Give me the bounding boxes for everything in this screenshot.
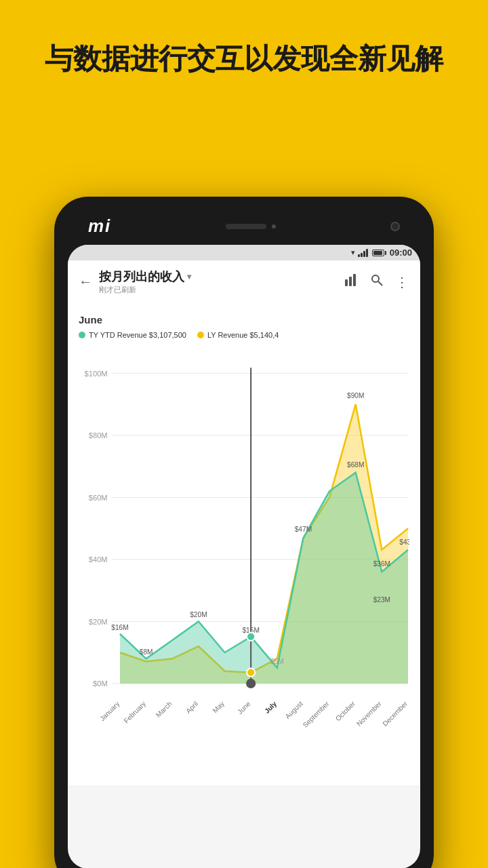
- search-icon[interactable]: [371, 274, 383, 290]
- svg-text:January: January: [98, 699, 121, 722]
- svg-point-3: [372, 275, 379, 282]
- chart-legend: TY YTD Revenue $3,107,500 LY Revenue $5,…: [79, 331, 409, 339]
- svg-text:$20M: $20M: [190, 611, 207, 618]
- legend-ly: LY Revenue $5,140,4: [197, 331, 279, 339]
- wifi-icon: ▾: [351, 248, 355, 257]
- app-subtitle: 刚才已刷新: [99, 285, 191, 295]
- app-title: 按月列出的收入: [99, 269, 184, 285]
- svg-text:$16M: $16M: [111, 624, 128, 631]
- svg-text:November: November: [355, 700, 383, 728]
- chart-area: June TY YTD Revenue $3,107,500 LY Revenu…: [68, 303, 420, 785]
- svg-point-32: [247, 669, 255, 677]
- svg-text:$100M: $100M: [85, 370, 108, 378]
- legend-ty: TY YTD Revenue $3,107,500: [79, 331, 186, 339]
- svg-text:$23M: $23M: [373, 596, 390, 604]
- chart-period: June: [79, 314, 409, 326]
- svg-text:February: February: [123, 699, 148, 724]
- svg-text:$40M: $40M: [89, 555, 108, 564]
- svg-text:June: June: [236, 700, 252, 716]
- svg-text:May: May: [211, 699, 226, 714]
- more-options-icon[interactable]: ⋮: [395, 274, 409, 290]
- legend-ly-dot: [197, 332, 204, 338]
- svg-text:March: March: [155, 700, 174, 719]
- svg-text:$0M: $0M: [93, 679, 108, 688]
- svg-text:$43M: $43M: [399, 538, 409, 546]
- svg-text:September: September: [302, 700, 331, 729]
- signal-icon: [358, 249, 368, 257]
- svg-text:July: July: [263, 700, 278, 715]
- svg-text:$90M: $90M: [347, 392, 364, 399]
- svg-text:$80M: $80M: [89, 431, 108, 439]
- svg-text:$36M: $36M: [373, 560, 390, 568]
- back-button[interactable]: ←: [79, 274, 92, 290]
- svg-text:October: October: [334, 700, 357, 723]
- svg-text:$20M: $20M: [89, 618, 108, 626]
- page-headline: 与数据进行交互以发现全新见解: [0, 0, 488, 98]
- legend-ty-label: TY YTD Revenue $3,107,500: [89, 331, 186, 339]
- phone-camera: [390, 222, 400, 231]
- chart-type-icon[interactable]: [345, 274, 359, 290]
- mi-logo: mi: [88, 216, 111, 237]
- svg-rect-2: [353, 274, 356, 286]
- svg-text:April: April: [184, 700, 199, 715]
- svg-text:$68M: $68M: [347, 461, 364, 469]
- dropdown-arrow-icon[interactable]: ▾: [187, 272, 191, 281]
- svg-text:August: August: [284, 700, 304, 720]
- chart-svg: $100M $80M $60M $40M $20M $0M: [79, 347, 409, 774]
- legend-ly-label: LY Revenue $5,140,4: [207, 331, 279, 339]
- status-time: 09:00: [390, 248, 412, 258]
- svg-rect-0: [345, 279, 348, 286]
- svg-text:$47M: $47M: [295, 526, 312, 533]
- battery-icon: [372, 250, 384, 256]
- status-bar: ▾ 09:00: [68, 245, 420, 260]
- svg-point-33: [246, 679, 256, 688]
- app-header: ← 按月列出的收入 ▾ 刚才已刷新: [68, 260, 420, 303]
- svg-text:$5M: $5M: [270, 658, 284, 666]
- svg-text:December: December: [381, 700, 409, 728]
- phone-screen: ▾ 09:00 ← 按月列: [68, 245, 420, 868]
- svg-line-4: [378, 281, 382, 285]
- phone-mockup: mi ▾: [54, 197, 434, 868]
- svg-text:$60M: $60M: [89, 494, 108, 502]
- svg-rect-1: [349, 277, 352, 286]
- svg-text:$8M: $8M: [140, 648, 153, 656]
- line-chart[interactable]: $100M $80M $60M $40M $20M $0M: [79, 347, 409, 774]
- legend-ty-dot: [79, 332, 85, 338]
- svg-point-31: [247, 633, 255, 641]
